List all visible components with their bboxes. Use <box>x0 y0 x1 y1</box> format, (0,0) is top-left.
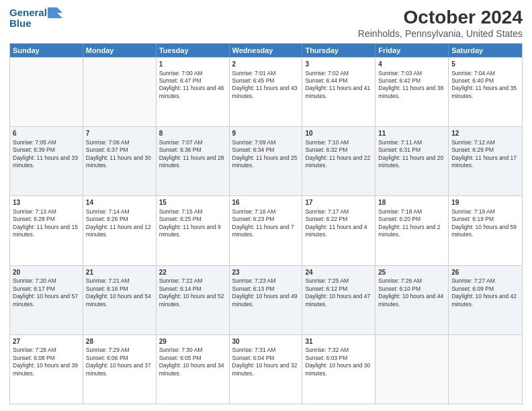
calendar-day-cell: 5Sunrise: 7:04 AMSunset: 6:40 PMDaylight… <box>449 58 522 126</box>
day-info-line: Daylight: 10 hours and 57 minutes. <box>13 293 80 308</box>
day-info-line: Sunrise: 7:29 AM <box>86 347 153 354</box>
calendar-day-cell: 24Sunrise: 7:25 AMSunset: 6:12 PMDayligh… <box>302 266 375 334</box>
day-info-line: Sunset: 6:08 PM <box>13 355 80 362</box>
day-info-line: Daylight: 11 hours and 15 minutes. <box>13 224 80 239</box>
day-info-line: Sunrise: 7:15 AM <box>159 208 226 216</box>
day-info-line: Sunrise: 7:30 AM <box>159 347 226 354</box>
day-number: 12 <box>451 129 519 138</box>
day-info-line: Sunset: 6:29 PM <box>451 146 519 154</box>
logo-icon <box>48 7 62 18</box>
calendar-header-cell: Friday <box>375 44 449 57</box>
day-number: 26 <box>451 268 519 277</box>
calendar-day-cell: 11Sunrise: 7:11 AMSunset: 6:31 PMDayligh… <box>375 127 449 195</box>
calendar-day-cell: 13Sunrise: 7:13 AMSunset: 6:28 PMDayligh… <box>10 196 83 265</box>
day-number: 6 <box>13 129 80 138</box>
calendar-header-cell: Saturday <box>449 44 522 57</box>
day-info-line: Sunrise: 7:05 AM <box>13 139 80 146</box>
day-info-line: Sunset: 6:40 PM <box>451 77 519 85</box>
day-info-line: Sunset: 6:03 PM <box>305 355 372 362</box>
page: General Blue October 2024 Reinholds, Pen… <box>0 0 532 411</box>
day-info-line: Sunrise: 7:26 AM <box>378 277 445 285</box>
day-info-line: Sunrise: 7:13 AM <box>13 208 80 216</box>
day-info-line: Daylight: 10 hours and 59 minutes. <box>451 224 519 239</box>
day-info-line: Sunset: 6:14 PM <box>159 285 226 293</box>
calendar-empty-cell <box>10 58 83 126</box>
day-info-line: Sunset: 6:20 PM <box>378 216 445 223</box>
day-info-line: Sunset: 6:19 PM <box>451 216 519 223</box>
calendar-day-cell: 30Sunrise: 7:31 AMSunset: 6:04 PMDayligh… <box>230 335 303 404</box>
day-info-line: Sunset: 6:47 PM <box>159 77 226 85</box>
day-info-line: Daylight: 11 hours and 4 minutes. <box>305 224 372 239</box>
day-info-line: Sunset: 6:06 PM <box>86 355 153 362</box>
day-number: 30 <box>232 337 300 347</box>
day-info-line: Daylight: 11 hours and 30 minutes. <box>86 154 153 170</box>
day-info-line: Daylight: 10 hours and 44 minutes. <box>378 293 445 308</box>
day-info-line: Daylight: 11 hours and 35 minutes. <box>451 85 519 100</box>
logo: General Blue <box>9 7 62 30</box>
day-number: 22 <box>159 268 226 277</box>
day-number: 23 <box>232 268 300 277</box>
day-number: 13 <box>13 198 80 208</box>
calendar-week: 6Sunrise: 7:05 AMSunset: 6:39 PMDaylight… <box>10 126 522 195</box>
calendar-header: SundayMondayTuesdayWednesdayThursdayFrid… <box>10 44 522 57</box>
day-info-line: Daylight: 11 hours and 7 minutes. <box>232 224 300 239</box>
calendar-day-cell: 19Sunrise: 7:19 AMSunset: 6:19 PMDayligh… <box>449 196 522 265</box>
day-info-line: Sunset: 6:13 PM <box>232 285 300 293</box>
day-info-line: Daylight: 11 hours and 46 minutes. <box>159 85 226 100</box>
day-info-line: Sunrise: 7:19 AM <box>451 208 519 216</box>
calendar-day-cell: 8Sunrise: 7:07 AMSunset: 6:36 PMDaylight… <box>157 127 230 195</box>
day-info-line: Sunrise: 7:00 AM <box>159 70 226 77</box>
day-info-line: Sunrise: 7:17 AM <box>305 208 372 216</box>
day-info-line: Sunrise: 7:04 AM <box>451 70 519 77</box>
day-number: 2 <box>232 60 300 69</box>
day-info-line: Daylight: 11 hours and 20 minutes. <box>378 154 445 170</box>
day-info-line: Sunset: 6:44 PM <box>305 77 372 85</box>
calendar-week: 13Sunrise: 7:13 AMSunset: 6:28 PMDayligh… <box>10 195 522 265</box>
day-number: 31 <box>305 337 372 347</box>
day-info-line: Daylight: 10 hours and 52 minutes. <box>159 293 226 308</box>
day-info-line: Daylight: 10 hours and 49 minutes. <box>232 293 300 308</box>
day-number: 24 <box>305 268 372 277</box>
header: General Blue October 2024 Reinholds, Pen… <box>9 7 523 39</box>
day-info-line: Daylight: 11 hours and 33 minutes. <box>13 154 80 170</box>
calendar-day-cell: 6Sunrise: 7:05 AMSunset: 6:39 PMDaylight… <box>10 127 83 195</box>
day-number: 28 <box>86 337 153 347</box>
calendar-day-cell: 21Sunrise: 7:21 AMSunset: 6:16 PMDayligh… <box>83 266 157 334</box>
calendar-day-cell: 4Sunrise: 7:03 AMSunset: 6:42 PMDaylight… <box>375 58 449 126</box>
calendar-header-cell: Wednesday <box>230 44 303 57</box>
calendar-week: 20Sunrise: 7:20 AMSunset: 6:17 PMDayligh… <box>10 265 522 334</box>
day-info-line: Daylight: 10 hours and 32 minutes. <box>232 362 300 377</box>
day-number: 9 <box>232 129 300 138</box>
day-info-line: Sunset: 6:39 PM <box>13 146 80 154</box>
day-info-line: Sunrise: 7:14 AM <box>86 208 153 216</box>
day-number: 14 <box>86 198 153 208</box>
day-info-line: Daylight: 10 hours and 37 minutes. <box>86 362 153 377</box>
calendar-day-cell: 28Sunrise: 7:29 AMSunset: 6:06 PMDayligh… <box>83 335 157 404</box>
day-info-line: Daylight: 11 hours and 38 minutes. <box>378 85 445 100</box>
day-info-line: Sunrise: 7:32 AM <box>305 347 372 354</box>
day-info-line: Sunrise: 7:27 AM <box>451 277 519 285</box>
day-info-line: Sunrise: 7:09 AM <box>232 139 300 146</box>
day-info-line: Sunrise: 7:25 AM <box>305 277 372 285</box>
day-info-line: Sunrise: 7:01 AM <box>232 70 300 77</box>
calendar-day-cell: 18Sunrise: 7:18 AMSunset: 6:20 PMDayligh… <box>375 196 449 265</box>
calendar-header-cell: Thursday <box>302 44 375 57</box>
day-info-line: Daylight: 11 hours and 28 minutes. <box>159 154 226 170</box>
day-info-line: Sunset: 6:22 PM <box>305 216 372 223</box>
day-number: 4 <box>378 60 445 69</box>
day-info-line: Daylight: 10 hours and 34 minutes. <box>159 362 226 377</box>
day-info-line: Daylight: 10 hours and 39 minutes. <box>13 362 80 377</box>
day-info-line: Sunset: 6:37 PM <box>86 146 153 154</box>
day-number: 7 <box>86 129 153 138</box>
calendar-day-cell: 15Sunrise: 7:15 AMSunset: 6:25 PMDayligh… <box>157 196 230 265</box>
calendar-day-cell: 31Sunrise: 7:32 AMSunset: 6:03 PMDayligh… <box>302 335 375 404</box>
day-number: 16 <box>232 198 300 208</box>
calendar-day-cell: 10Sunrise: 7:10 AMSunset: 6:32 PMDayligh… <box>302 127 375 195</box>
calendar-day-cell: 9Sunrise: 7:09 AMSunset: 6:34 PMDaylight… <box>230 127 303 195</box>
day-number: 5 <box>451 60 519 69</box>
day-info-line: Sunrise: 7:16 AM <box>232 208 300 216</box>
page-title: October 2024 <box>358 7 523 28</box>
calendar-header-cell: Sunday <box>10 44 83 57</box>
calendar-day-cell: 3Sunrise: 7:02 AMSunset: 6:44 PMDaylight… <box>302 58 375 126</box>
day-info-line: Sunrise: 7:02 AM <box>305 70 372 77</box>
